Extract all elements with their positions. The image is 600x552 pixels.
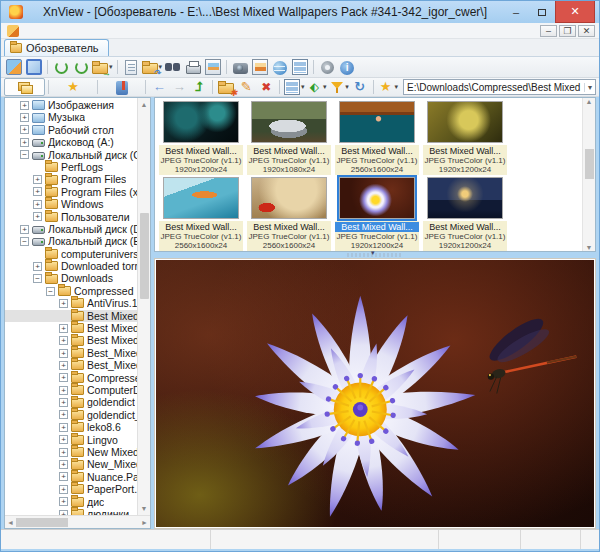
tree-expander-icon[interactable]: + [33, 262, 42, 271]
fullscreen-button[interactable] [24, 58, 44, 76]
tree-expander-icon[interactable]: + [59, 373, 68, 382]
dropdown-arrow-icon[interactable]: ▾ [345, 83, 349, 91]
tree-expander-icon[interactable]: + [59, 299, 68, 308]
tree-item[interactable]: − Compressed [5, 285, 137, 297]
tree-expander-icon[interactable]: + [33, 187, 42, 196]
search-button[interactable] [163, 58, 183, 76]
title-bar[interactable]: XnView - [Обозреватель - E:\...\Best Mix… [1, 1, 599, 23]
folders-pane-button[interactable] [4, 78, 45, 96]
scroll-up-icon[interactable]: ▲ [141, 98, 148, 111]
properties-button[interactable] [121, 58, 141, 76]
tree-expander-icon[interactable]: + [59, 324, 68, 333]
slideshow-button[interactable] [203, 58, 223, 76]
minimize-button[interactable]: – [503, 1, 529, 23]
address-input[interactable] [404, 80, 584, 94]
forward-button[interactable]: → [169, 78, 189, 96]
close-button[interactable]: ✕ [555, 1, 595, 23]
tree-expander-icon[interactable]: + [20, 125, 29, 134]
tree-item[interactable]: + Рабочий стол [5, 124, 137, 136]
tree-item[interactable]: + Best Mixed W [5, 334, 137, 346]
rotate-right-button[interactable] [71, 58, 91, 76]
tree-item[interactable]: + Program Files (x86) [5, 186, 137, 198]
favorites-pane-button[interactable]: ★ [52, 78, 93, 96]
tree-item[interactable]: + Best_Mixed_ [5, 347, 137, 359]
scroll-thumb[interactable] [16, 518, 68, 527]
mdi-restore-button[interactable]: ❐ [559, 25, 576, 37]
tree-expander-icon[interactable]: + [33, 200, 42, 209]
print-button[interactable] [183, 58, 203, 76]
info-button[interactable] [337, 58, 357, 76]
contact-sheet-button[interactable] [290, 58, 310, 76]
scroll-thumb[interactable] [585, 149, 594, 179]
tree-expander-icon[interactable]: + [59, 336, 68, 345]
thumbnail-item[interactable]: Best Mixed Wall... JPEG TrueColor (v1.1)… [246, 101, 332, 175]
favorites-button[interactable]: ★▾ [377, 78, 399, 96]
copy-to-button[interactable]: ↷▾ [141, 58, 164, 76]
tree-expander-icon[interactable]: + [59, 386, 68, 395]
thumbnail-item[interactable]: Best Mixed Wall... JPEG TrueColor (v1.1)… [334, 177, 420, 251]
new-folder-button[interactable]: ✱ [216, 78, 236, 96]
maximize-button[interactable] [529, 1, 555, 23]
thumbnail-item[interactable]: Best Mixed Wall... JPEG TrueColor (v1.1)… [422, 101, 508, 175]
tree-item[interactable]: − Downloads [5, 272, 137, 284]
tree-item[interactable]: + Дисковод (A:) [5, 136, 137, 148]
tree-item[interactable]: + Best Mixed W [5, 322, 137, 334]
tree-item[interactable]: + Lingvo [5, 434, 137, 446]
tree-item[interactable]: + Windows [5, 198, 137, 210]
thumbnail-item[interactable]: Best Mixed Wall... JPEG TrueColor (v1.1)… [158, 101, 244, 175]
tree-item[interactable]: + дис [5, 496, 137, 508]
tree-expander-icon[interactable]: + [59, 460, 68, 469]
tree-expander-icon[interactable]: + [59, 448, 68, 457]
thumbnail-item[interactable]: Best Mixed Wall... JPEG TrueColor (v1.1)… [334, 101, 420, 175]
tree-expander-icon[interactable]: + [59, 497, 68, 506]
tree-item[interactable]: + Пользователи [5, 211, 137, 223]
tree-expander-icon[interactable]: + [59, 398, 68, 407]
tree-expander-icon[interactable]: + [20, 225, 29, 234]
thumbnail-image[interactable] [339, 177, 415, 219]
tree-expander-icon[interactable]: − [20, 237, 29, 246]
thumbnail-image[interactable] [339, 101, 415, 143]
scroll-up-icon[interactable]: ▲ [586, 98, 593, 105]
thumbnail-image[interactable] [427, 177, 503, 219]
tree-item[interactable]: + Compressed [5, 372, 137, 384]
edit-button[interactable]: ✎ [236, 78, 256, 96]
tree-expander-icon[interactable]: + [20, 113, 29, 122]
tree-item[interactable]: + Downloaded torrents [5, 260, 137, 272]
tree-expander-icon[interactable]: + [33, 212, 42, 221]
tree-item[interactable]: + людинки [5, 508, 137, 515]
dropdown-arrow-icon[interactable]: ▾ [301, 83, 305, 91]
tree-item[interactable]: + goldendict_ [5, 409, 137, 421]
browse-mode-button[interactable] [4, 58, 24, 76]
up-button[interactable]: ⮥ [189, 78, 209, 96]
tree-item[interactable]: PerfLogs [5, 161, 137, 173]
tree-expander-icon[interactable]: + [59, 423, 68, 432]
address-dropdown-icon[interactable]: ▾ [584, 83, 595, 92]
thumbnail-image[interactable] [251, 101, 327, 143]
web-page-button[interactable] [270, 58, 290, 76]
thumbnail-image[interactable] [163, 101, 239, 143]
thumbnail-item[interactable]: Best Mixed Wall... JPEG TrueColor (v1.1)… [158, 177, 244, 251]
thumbnail-item[interactable]: Best Mixed Wall... JPEG TrueColor (v1.1)… [246, 177, 332, 251]
tree-item[interactable]: + Nuance.Pap [5, 471, 137, 483]
tree-item[interactable]: Best Mixed W [5, 310, 137, 322]
tree-expander-icon[interactable]: − [33, 274, 42, 283]
thumbnail-image[interactable] [427, 101, 503, 143]
tree-expander-icon[interactable]: + [33, 175, 42, 184]
tree-vertical-scrollbar[interactable]: ▲ ▼ [137, 98, 150, 515]
tree-expander-icon[interactable]: + [59, 485, 68, 494]
settings-button[interactable] [317, 58, 337, 76]
delete-button[interactable]: ✖ [256, 78, 276, 96]
tree-item[interactable]: + New Mixed [5, 446, 137, 458]
tree-item[interactable]: − Локальный диск (C:) [5, 149, 137, 161]
tree-expander-icon[interactable]: + [20, 138, 29, 147]
tree-item[interactable]: + PaperPort.P [5, 483, 137, 495]
view-mode-button[interactable]: ▾ [283, 78, 305, 96]
splitter-grip-icon[interactable] [347, 253, 403, 257]
tree-expander-icon[interactable]: − [20, 150, 29, 159]
tree-item[interactable]: − Локальный диск (E:) [5, 235, 137, 247]
tree-item[interactable]: + Best_Mixed_ [5, 359, 137, 371]
refresh-button[interactable]: ↻ [350, 78, 370, 96]
mdi-close-button[interactable]: ✕ [578, 25, 595, 37]
scroll-thumb[interactable] [140, 213, 149, 299]
filter-button[interactable]: ▾ [328, 78, 350, 96]
